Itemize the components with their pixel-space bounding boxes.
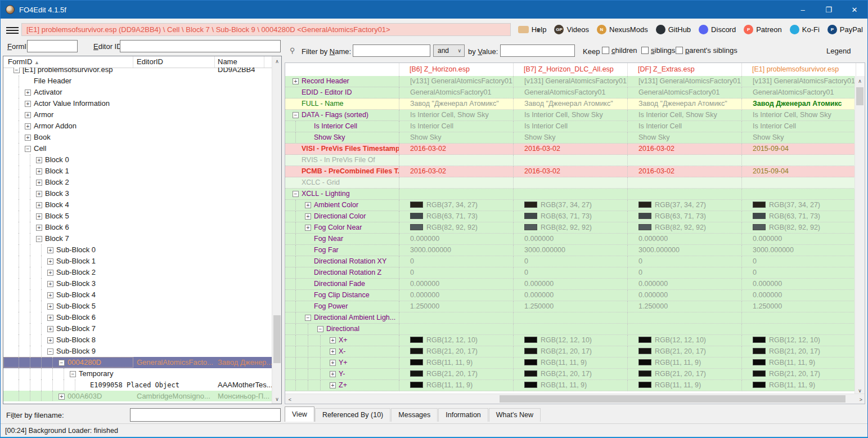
grid-cell[interactable]: [v131] GeneralAtomicsFactory01 ...	[399, 76, 514, 87]
expand-icon[interactable]: +	[47, 292, 53, 298]
grid-row-label[interactable]: +Ambient Color	[285, 200, 399, 211]
expand-icon[interactable]: +	[330, 348, 336, 355]
grid-row-label[interactable]: Fog Power	[285, 301, 399, 312]
grid-cell[interactable]: 2015-09-04	[742, 166, 856, 177]
editorid-input[interactable]	[120, 40, 281, 52]
grid-cell[interactable]: RGB(21, 20, 17)	[399, 346, 514, 357]
grid-cell[interactable]	[514, 177, 628, 189]
expand-icon[interactable]: +	[36, 180, 42, 186]
grid-cell[interactable]: 0.000000	[514, 279, 628, 290]
grid-row-label[interactable]: Show Sky	[285, 132, 399, 144]
grid-row-label[interactable]: −Directional	[285, 324, 399, 335]
expand-icon[interactable]: +	[47, 303, 53, 310]
tab-what-s-new[interactable]: What's New	[489, 408, 541, 422]
expand-icon[interactable]: +	[36, 202, 42, 208]
expand-icon[interactable]: +	[330, 337, 336, 343]
expand-icon[interactable]: +	[293, 78, 299, 84]
filename-filter-input[interactable]	[130, 408, 281, 422]
tree-row[interactable]: +Block 3	[3, 188, 272, 199]
grid-cell[interactable]: RGB(37, 34, 27)	[514, 200, 628, 211]
link-patreon[interactable]: PPatreon	[744, 25, 782, 34]
grid-cell[interactable]: 1.250000	[742, 301, 856, 312]
scroll-up-icon[interactable]: ∧	[272, 56, 282, 66]
expand-icon[interactable]: +	[47, 337, 53, 343]
expand-icon[interactable]: +	[305, 225, 311, 231]
tree-row[interactable]: +Armor	[3, 109, 272, 120]
tree-row[interactable]: +Sub-Block 8	[3, 334, 272, 346]
expand-icon[interactable]: +	[47, 247, 53, 253]
grid-cell[interactable]: RGB(82, 92, 92)	[399, 222, 514, 234]
grid-cell[interactable]: 0.000000	[742, 279, 856, 290]
tree-row[interactable]: +Sub-Block 6	[3, 312, 272, 323]
grid-cell[interactable]: Is Interior Cell, Show Sky	[742, 110, 856, 121]
formid-input[interactable]	[27, 40, 78, 52]
grid-cell[interactable]	[399, 324, 514, 335]
grid-cell[interactable]	[742, 155, 856, 166]
tree-row[interactable]: +Book	[3, 132, 272, 143]
collapse-icon[interactable]: −	[305, 315, 311, 321]
grid-cell[interactable]: 0	[399, 267, 514, 279]
grid-cell[interactable]: RGB(11, 11, 9)	[514, 380, 628, 391]
expand-icon[interactable]: +	[47, 258, 53, 265]
grid-cell[interactable]	[514, 189, 628, 200]
grid-row-label[interactable]: Directional Rotation XY	[285, 256, 399, 267]
expand-icon[interactable]: +	[36, 225, 42, 231]
expand-icon[interactable]: +	[36, 213, 42, 220]
grid-vertical-scrollbar[interactable]: ∧ ∨	[854, 76, 865, 395]
expand-icon[interactable]: +	[330, 371, 336, 377]
tree-row[interactable]: +Sub-Block 0	[3, 244, 272, 256]
tree-row[interactable]: −0004280DGeneralAtomicsFacto...Завод Дже…	[3, 357, 272, 368]
grid-cell[interactable]: RGB(11, 11, 9)	[742, 357, 856, 369]
link-help[interactable]: Help	[518, 25, 547, 34]
grid-cell[interactable]	[742, 312, 856, 324]
grid-row-label[interactable]: +Fog Color Near	[285, 222, 399, 234]
grid-cell[interactable]: 0.000000	[399, 234, 514, 245]
tree-row[interactable]: +Block 6	[3, 222, 272, 233]
grid-cell[interactable]: [v131] GeneralAtomicsFactory01 ...	[742, 76, 856, 87]
tree-row[interactable]: +Sub-Block 4	[3, 289, 272, 301]
grid-cell[interactable]: 2016-03-02	[514, 166, 628, 177]
tree-row[interactable]: +Sub-Block 7	[3, 323, 272, 334]
grid-cell[interactable]: 2016-03-02	[628, 144, 742, 155]
tree-row[interactable]: +Armor Addon	[3, 120, 272, 132]
expand-icon[interactable]: +	[305, 202, 311, 208]
grid-cell[interactable]: 2016-03-02	[399, 166, 514, 177]
grid-cell[interactable]	[628, 189, 742, 200]
keep-p-checkbox[interactable]: parent's siblings	[676, 46, 737, 55]
grid-cell[interactable]: RGB(11, 11, 9)	[514, 357, 628, 369]
grid-column-header[interactable]: [DF] Z_Extras.esp	[628, 63, 742, 76]
scroll-right-icon[interactable]: >	[856, 395, 865, 404]
grid-cell[interactable]: Is Interior Cell	[514, 121, 628, 132]
grid-cell[interactable]: 3000.000000	[628, 245, 742, 256]
tree-column-formid[interactable]: FormID ▲	[8, 57, 39, 66]
expand-icon[interactable]: +	[25, 112, 31, 118]
grid-cell[interactable]: 0	[742, 256, 856, 267]
expand-icon[interactable]: +	[36, 191, 42, 197]
expand-icon[interactable]: +	[25, 135, 31, 141]
checkbox-icon[interactable]	[602, 47, 609, 54]
grid-cell[interactable]: RGB(11, 11, 9)	[628, 357, 742, 369]
tree-row[interactable]: −Temporary	[3, 368, 272, 379]
tree-row[interactable]: +Block 5	[3, 211, 272, 222]
tree-row[interactable]: −Block 7	[3, 233, 272, 244]
grid-cell[interactable]: [v131] GeneralAtomicsFactory01 ...	[628, 76, 742, 87]
grid-cell[interactable]: RGB(21, 20, 17)	[628, 346, 742, 357]
grid-cell[interactable]: 0.000000	[742, 234, 856, 245]
tree-row[interactable]: +000A603DCambridgeMonsigno...Монсиньор-П…	[3, 391, 272, 401]
grid-cell[interactable]: RGB(21, 20, 17)	[514, 369, 628, 380]
grid-cell[interactable]: 0.000000	[399, 279, 514, 290]
menu-icon[interactable]	[6, 25, 19, 34]
grid-row-label[interactable]: VISI - PreVis Files Timestamp	[285, 144, 399, 155]
grid-cell[interactable]	[628, 324, 742, 335]
grid-cell[interactable]: 0	[514, 267, 628, 279]
tree-row[interactable]: +Block 4	[3, 199, 272, 211]
collapse-icon[interactable]: −	[70, 371, 76, 377]
scrollbar-thumb[interactable]	[856, 87, 863, 105]
tree-row[interactable]: +Sub-Block 5	[3, 301, 272, 312]
collapse-icon[interactable]: −	[47, 348, 53, 355]
grid-cell[interactable]: 0	[399, 256, 514, 267]
tree-row[interactable]: +Block 2	[3, 177, 272, 188]
expand-icon[interactable]: +	[47, 315, 53, 321]
grid-cell[interactable]: Завод "Дженерал Атомикс"	[628, 99, 742, 110]
grid-row-label[interactable]: +Record Header	[285, 76, 399, 87]
